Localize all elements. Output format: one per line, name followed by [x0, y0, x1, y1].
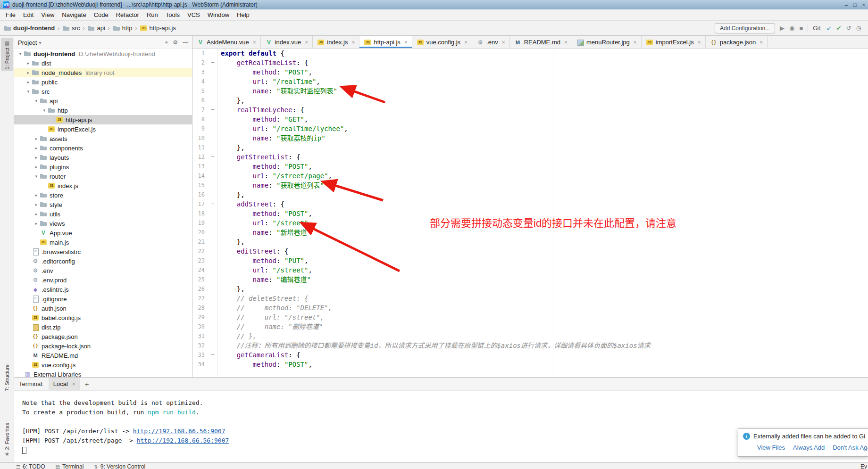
fold-marker-icon[interactable]: − [209, 199, 217, 209]
tree-item-plugins[interactable]: ▸plugins [14, 162, 192, 172]
tab-index.vue[interactable]: index.vue× [261, 36, 313, 48]
menu-run[interactable]: Run [143, 10, 162, 20]
tree-item-assets[interactable]: ▸assets [14, 134, 192, 143]
tree-item-store[interactable]: ▸store [14, 190, 192, 200]
tree-item-README.md[interactable]: README.md [14, 351, 192, 360]
tree-item-duoji-frontend[interactable]: ▾duoji-frontendD:\zheheWeb\duoji-fronten… [14, 49, 192, 58]
tree-item-auth.json[interactable]: auth.json [14, 304, 192, 313]
terminal-link[interactable]: http://192.168.66.56:9007 [133, 428, 225, 435]
tab-close-icon[interactable]: × [351, 39, 355, 46]
tree-item-src[interactable]: ▾src [14, 87, 192, 96]
tree-item-importExcel.js[interactable]: importExcel.js [14, 124, 192, 134]
tree-item-package.json[interactable]: package.json [14, 332, 192, 341]
menu-tools[interactable]: Tools [162, 10, 184, 20]
tab-close-icon[interactable]: × [760, 39, 763, 46]
terminal-link[interactable]: http://192.168.66.56:9007 [137, 437, 229, 444]
tab-package.json[interactable]: package.json× [706, 36, 768, 48]
menu-file[interactable]: File [2, 10, 19, 20]
chevron-open-icon[interactable]: ▾ [41, 108, 48, 113]
tree-item-.env[interactable]: .env [14, 266, 192, 275]
menu-help[interactable]: Help [233, 10, 253, 20]
chevron-closed-icon[interactable]: ▸ [33, 165, 40, 169]
hide-panel-icon[interactable]: — [183, 39, 188, 46]
tree-item-vue.config.js[interactable]: vue.config.js [14, 360, 192, 370]
maximize-icon[interactable]: □ [853, 2, 857, 8]
terminal-tool-button[interactable]: ▤ Terminal [56, 463, 84, 469]
git-commit-icon[interactable]: ✔ [836, 25, 842, 32]
tree-item-.env.prod[interactable]: .env.prod [14, 275, 192, 285]
chevron-closed-icon[interactable]: ▸ [33, 202, 40, 207]
menu-refactor[interactable]: Refactor [112, 10, 143, 20]
event-log-button[interactable]: Ev [860, 463, 867, 469]
close-icon[interactable]: × [862, 2, 865, 8]
breadcrumb-http[interactable]: http [113, 25, 133, 32]
close-icon[interactable]: × [72, 381, 75, 387]
fold-marker-icon[interactable]: − [209, 105, 217, 115]
chevron-down-icon[interactable]: ▾ [39, 40, 41, 45]
menu-navigate[interactable]: Navigate [58, 10, 90, 20]
chevron-open-icon[interactable]: ▾ [33, 174, 40, 179]
chevron-closed-icon[interactable]: ▸ [33, 193, 40, 197]
fold-marker-icon[interactable]: − [209, 350, 217, 360]
tab-close-icon[interactable]: × [404, 39, 408, 46]
breadcrumb-file[interactable]: http-api.js [140, 25, 175, 32]
chevron-closed-icon[interactable]: ▸ [25, 70, 32, 75]
tree-item-style[interactable]: ▸style [14, 200, 192, 209]
tree-item-api[interactable]: ▾api [14, 96, 192, 106]
tab-http-api.js[interactable]: http-api.js× [359, 36, 412, 48]
tree-item-http[interactable]: ▾http [14, 106, 192, 115]
tree-item-public[interactable]: ▸public [14, 77, 192, 87]
chevron-open-icon[interactable]: ▾ [33, 99, 40, 103]
tool-window-project-button[interactable]: ▦ 1: Project [1, 38, 13, 71]
tab-menuRouter.jpg[interactable]: menuRouter.jpg× [572, 36, 642, 48]
breadcrumb-project[interactable]: duoji-frontend [4, 25, 55, 32]
tree-item-App.vue[interactable]: App.vue [14, 228, 192, 238]
tree-item-utils[interactable]: ▸utils [14, 209, 192, 219]
tab-close-icon[interactable]: × [502, 39, 505, 46]
tab-importExcel.js[interactable]: importExcel.js× [642, 36, 706, 48]
stop-icon[interactable]: ■ [799, 25, 803, 32]
tree-item-dist.zip[interactable]: dist.zip [14, 322, 192, 332]
git-update-icon[interactable]: ↙ [826, 25, 832, 32]
tab-close-icon[interactable]: × [464, 39, 467, 46]
dont-ask-again-link[interactable]: Don't Ask Agai [833, 444, 868, 451]
menu-vcs[interactable]: VCS [184, 10, 204, 20]
tree-item-components[interactable]: ▸components [14, 143, 192, 153]
tree-item-views[interactable]: ▸views [14, 219, 192, 228]
tab-index.js[interactable]: index.js× [313, 36, 359, 48]
chevron-closed-icon[interactable]: ▸ [33, 221, 40, 226]
menu-window[interactable]: Window [204, 10, 233, 20]
menu-edit[interactable]: Edit [19, 10, 37, 20]
fold-marker-icon[interactable]: − [209, 247, 217, 256]
project-panel-title[interactable]: Project [18, 39, 37, 46]
chevron-closed-icon[interactable]: ▸ [33, 146, 40, 150]
tab-close-icon[interactable]: × [305, 39, 308, 46]
git-rollback-icon[interactable]: ↺ [846, 25, 851, 32]
fold-marker-icon[interactable]: − [209, 49, 217, 58]
chevron-closed-icon[interactable]: ▸ [25, 80, 32, 84]
view-files-link[interactable]: View Files [757, 444, 785, 451]
menu-code[interactable]: Code [90, 10, 112, 20]
tree-item-.browserslistrc[interactable]: .browserslistrc [14, 247, 192, 256]
settings-gear-icon[interactable]: ⚙ [173, 39, 178, 46]
version-control-tool-button[interactable]: ⇅ 9: Version Control [94, 463, 145, 469]
tree-item-http-api.js[interactable]: http-api.js [14, 115, 192, 124]
terminal-tab-local[interactable]: Local × [49, 378, 80, 390]
tree-item-index.js[interactable]: index.js [14, 181, 192, 190]
tree-item-External Libraries[interactable]: External Libraries [14, 370, 192, 377]
tree-item-main.js[interactable]: main.js [14, 238, 192, 247]
tree-item-.editorconfig[interactable]: .editorconfig [14, 256, 192, 266]
tab-close-icon[interactable]: × [564, 39, 568, 46]
chevron-open-icon[interactable]: ▾ [17, 51, 24, 56]
tree-item-.eslintrc.js[interactable]: .eslintrc.js [14, 285, 192, 294]
tree-item-node_modules[interactable]: ▸node_moduleslibrary root [14, 68, 192, 77]
tree-item-babel.config.js[interactable]: babel.config.js [14, 313, 192, 322]
code-editor[interactable]: 1−export default {2− getRealTimeList: {3… [192, 49, 868, 377]
tree-item-.gitignore[interactable]: .gitignore [14, 294, 192, 304]
new-terminal-icon[interactable]: + [85, 380, 89, 388]
always-add-link[interactable]: Always Add [793, 444, 825, 451]
chevron-closed-icon[interactable]: ▸ [33, 212, 40, 216]
chevron-closed-icon[interactable]: ▸ [33, 136, 40, 141]
breadcrumb-src[interactable]: src [62, 25, 80, 32]
menu-view[interactable]: View [37, 10, 58, 20]
